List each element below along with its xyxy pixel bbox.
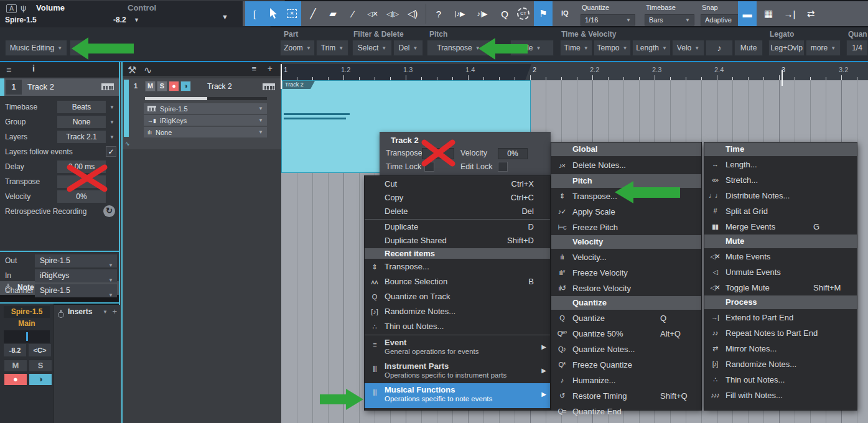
info-icon[interactable]: i xyxy=(32,63,35,73)
snap-to-end-icon[interactable]: →| xyxy=(780,1,799,26)
event-velocity-field[interactable]: 0% xyxy=(498,148,528,159)
line-tool[interactable]: ∕ xyxy=(343,1,362,26)
macro-settings-button[interactable]: ⚙ xyxy=(70,40,88,56)
humanize-toolbar-button[interactable]: ♪ xyxy=(706,40,733,56)
strip-record-button[interactable]: ● xyxy=(4,373,27,386)
submenu-item-extend-to-part-end[interactable]: →|Extend to Part End xyxy=(704,310,857,325)
menu-item-cut[interactable]: CutCtrl+X xyxy=(365,177,550,191)
pitch-names-icon[interactable]: ⚑ xyxy=(534,1,553,26)
submenu-item-unmute-events[interactable]: ◁Unmute Events xyxy=(704,264,857,280)
transpose-value[interactable] xyxy=(57,175,106,188)
chevron-down-icon[interactable]: ▼ xyxy=(110,119,114,125)
playhead[interactable] xyxy=(281,64,282,89)
submenu-item-distribute-notes[interactable]: ♩♩Distribute Notes... xyxy=(704,188,857,203)
track-name[interactable]: Track 2 xyxy=(207,82,232,91)
chevron-down-icon[interactable]: ▼ xyxy=(110,105,114,110)
submenu-item-quantize-50[interactable]: Q⁵⁰Quantize 50%Alt+Q xyxy=(551,326,701,342)
instrument-select[interactable]: Spire-1.5▼ xyxy=(144,103,267,114)
channel-select[interactable]: Spire-1.5▼ xyxy=(35,284,117,297)
quantize-select[interactable]: 1/16▼ xyxy=(581,14,635,26)
trim-button[interactable]: Trim▼ xyxy=(316,40,348,56)
submenu-item-quantize[interactable]: QQuantizeQ xyxy=(551,310,701,326)
menu-item-quantize-on-track[interactable]: QQuantize on Track xyxy=(365,289,550,304)
submenu-item-freeze-velocity[interactable]: ılı*Freeze Velocity xyxy=(551,265,701,281)
play-quantized-icon[interactable]: |♪▶ xyxy=(450,1,469,26)
chord-track-icon[interactable]: CT xyxy=(514,1,533,26)
eraser-tool[interactable]: ▰ xyxy=(324,1,342,26)
submenu-item-velocity[interactable]: ılıVelocity... xyxy=(551,249,701,265)
strip-mute-button[interactable]: M xyxy=(4,360,27,372)
submenu-item-freeze-quantize[interactable]: Q*Freeze Quantize xyxy=(551,357,701,373)
more-button[interactable]: more▼ xyxy=(806,40,841,56)
add-insert-icon[interactable]: + xyxy=(112,307,117,316)
midi-note[interactable] xyxy=(284,118,346,119)
submenu-item-apply-scale[interactable]: ♪✓Apply Scale xyxy=(551,204,701,220)
timeline-ruler[interactable]: 11.21.31.422.22.32.433.2 xyxy=(281,64,868,80)
marquee-tool[interactable]: ✕ xyxy=(282,1,301,26)
menu-item-event[interactable]: ≡ Event General operations for events ▶ xyxy=(365,336,550,360)
snap-to-grid-icon[interactable]: ▦ xyxy=(759,1,778,26)
submenu-item-freeze-pitch[interactable]: ⊢cFreeze Pitch xyxy=(551,220,701,235)
midi-note[interactable] xyxy=(284,113,350,115)
list-icon[interactable]: ≡ xyxy=(251,64,256,73)
strip-gain-value[interactable]: -8.2 xyxy=(4,344,26,356)
del-button[interactable]: Del▼ xyxy=(393,40,423,56)
time-lock-checkbox[interactable] xyxy=(424,162,434,172)
listen-tool[interactable]: ◁) xyxy=(403,1,422,26)
strip-bus-name[interactable]: Main xyxy=(4,319,50,329)
range-tool[interactable]: [ xyxy=(245,1,264,26)
track-header[interactable]: 1 M S ● ◑ Track 2 Spire-1.5▼ →▮ iRigKeys… xyxy=(123,78,281,149)
menu-item-randomize-notes[interactable]: [♪]Randomize Notes... xyxy=(365,304,550,319)
input-select[interactable]: →▮ iRigKeys▼ xyxy=(144,115,267,126)
submenu-item-stretch[interactable]: «»Stretch... xyxy=(704,172,857,188)
submenu-item-humanize[interactable]: ♪Humanize... xyxy=(551,373,701,388)
snap-toggle-icon[interactable]: ▬ xyxy=(738,1,757,26)
submenu-item-randomize-notes[interactable]: [♪]Randomize Notes... xyxy=(704,356,857,372)
tempo-button[interactable]: Tempo▼ xyxy=(594,40,631,56)
menu-item-copy[interactable]: CopyCtrl+C xyxy=(365,191,550,205)
quantize-value-button[interactable]: 1/4 xyxy=(846,40,868,56)
track-record-button[interactable]: ● xyxy=(169,81,179,91)
automation-icon[interactable]: ∿ xyxy=(144,64,152,76)
pan-control[interactable] xyxy=(4,330,50,343)
retrospective-icon[interactable]: ↻ xyxy=(103,205,115,217)
strip-solo-button[interactable]: S xyxy=(29,360,52,372)
submenu-item-fill-with-notes[interactable]: ♪♪♪Fill with Notes... xyxy=(704,388,857,403)
chevron-down-icon[interactable]: ▼ xyxy=(103,309,108,315)
track-monitor-button[interactable]: ◑ xyxy=(180,81,191,91)
strip-monitor-button[interactable]: ◑ xyxy=(29,373,52,386)
submenu-item-restore-timing[interactable]: ↺Restore TimingShift+Q xyxy=(551,388,701,404)
menu-item-transpose[interactable]: ⇕Transpose... xyxy=(365,259,550,274)
velo-button[interactable]: Velo▼ xyxy=(672,40,704,56)
transpose-toolbar-button[interactable]: Transpose▼ xyxy=(427,40,490,56)
menu-item-thin-out-notes[interactable]: ∴Thin out Notes... xyxy=(365,319,550,334)
layers-value[interactable]: Track 2.1 xyxy=(57,131,106,143)
gain-dropdown-icon[interactable]: ▼ xyxy=(134,17,139,23)
track-solo-button[interactable]: S xyxy=(157,81,167,91)
strip-pan-value[interactable]: <C> xyxy=(29,344,51,356)
double-button[interactable]: ble▼ xyxy=(510,40,554,56)
submenu-item-quantize-notes[interactable]: Q♪Quantize Notes... xyxy=(551,342,701,357)
select-button[interactable]: Select▼ xyxy=(352,40,392,56)
menu-item-duplicate[interactable]: DuplicateD xyxy=(365,220,550,234)
timebase-value[interactable]: Beats xyxy=(57,101,106,113)
power-icon[interactable] xyxy=(58,312,64,318)
menu-item-duplicate-shared[interactable]: Duplicate SharedShift+D xyxy=(365,234,550,248)
length-button[interactable]: Length▼ xyxy=(632,40,671,56)
automation-icon[interactable]: ∿ xyxy=(125,141,130,147)
strip-channel-name[interactable]: Spire-1.5 xyxy=(4,306,50,318)
submenu-item-mute-events[interactable]: ◁✕Mute Events xyxy=(704,249,857,264)
paint-tool[interactable]: ╱ xyxy=(304,1,322,26)
lane-dropdown-icon[interactable]: ▼ xyxy=(222,13,228,21)
menu-item-delete[interactable]: DeleteDel xyxy=(365,205,550,218)
zoom-button[interactable]: Zoom▼ xyxy=(280,40,315,56)
track-mute-button[interactable]: M xyxy=(145,81,156,91)
submenu-item-length[interactable]: ↔Length... xyxy=(704,157,857,172)
split-tool[interactable]: ◁|▷ xyxy=(383,1,402,26)
delay-value[interactable]: 0.00 ms xyxy=(57,160,106,173)
time-button[interactable]: Time▼ xyxy=(560,40,592,56)
inspector-track-row[interactable]: 1 Track 2 xyxy=(0,78,119,96)
snap-relative-icon[interactable]: ⇄ xyxy=(801,1,820,26)
submenu-item-split-at-grid[interactable]: #Split at Grid xyxy=(704,203,857,219)
menu-item-bounce-selection[interactable]: ʌʌBounce SelectionB xyxy=(365,274,550,289)
